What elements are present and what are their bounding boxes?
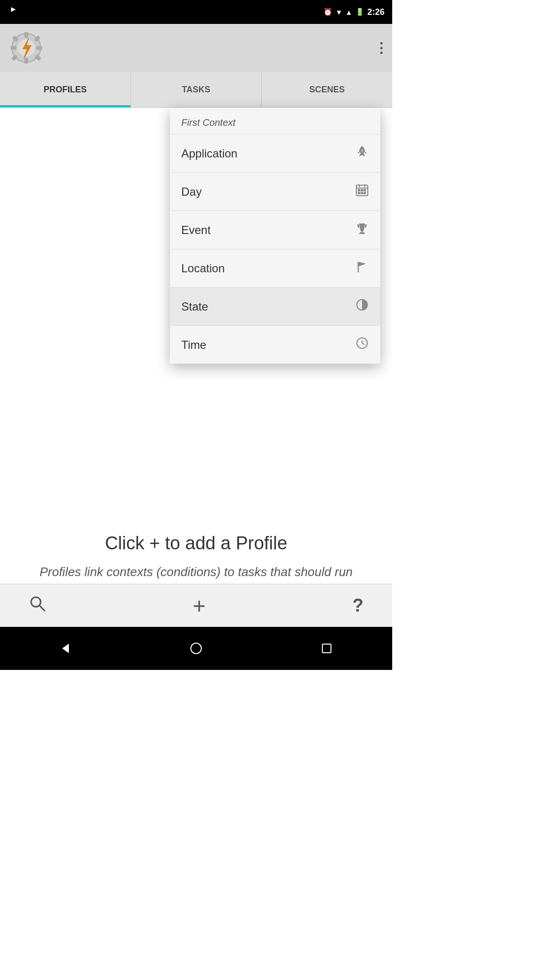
context-event[interactable]: Event [170, 211, 380, 249]
context-location[interactable]: Location [170, 249, 380, 287]
svg-point-10 [31, 597, 41, 607]
svg-rect-32 [322, 644, 331, 653]
application-label: Application [181, 147, 237, 160]
app-logo [10, 31, 43, 65]
alarm-icon: ⏰ [323, 8, 332, 16]
svg-rect-18 [361, 189, 363, 191]
svg-marker-30 [62, 644, 69, 653]
svg-rect-17 [358, 189, 360, 191]
svg-rect-24 [359, 233, 365, 234]
status-bar: ⏰ ▼ ▲ 🔋 2:26 [0, 0, 392, 24]
calendar-icon [355, 183, 369, 200]
trophy-icon [355, 222, 369, 238]
overflow-dot [380, 42, 383, 45]
svg-rect-3 [24, 58, 28, 64]
nav-bar [0, 627, 392, 670]
state-label: State [181, 300, 208, 313]
search-button[interactable] [29, 595, 46, 616]
svg-rect-23 [360, 232, 364, 233]
svg-point-12 [361, 149, 364, 152]
context-state[interactable]: State [170, 287, 380, 325]
status-bar-icons: ⏰ ▼ ▲ 🔋 2:26 [323, 7, 385, 17]
battery-icon: 🔋 [355, 8, 364, 16]
overflow-menu-button[interactable] [380, 42, 383, 54]
tab-profiles[interactable]: PROFILES [0, 72, 131, 107]
circle-half-icon [355, 298, 369, 315]
overflow-dot [380, 47, 383, 49]
svg-rect-21 [361, 192, 363, 194]
svg-line-29 [362, 343, 364, 345]
svg-rect-19 [364, 189, 365, 191]
signal-icon: ▲ [345, 8, 353, 16]
time-label: Time [181, 338, 206, 352]
svg-point-31 [191, 643, 201, 654]
day-label: Day [181, 185, 202, 199]
nav-home-button[interactable] [189, 641, 203, 656]
add-profile-button[interactable]: + [193, 593, 206, 619]
svg-rect-22 [364, 192, 365, 194]
tab-scenes[interactable]: SCENES [262, 72, 392, 107]
context-day[interactable]: Day [170, 172, 380, 211]
context-time[interactable]: Time [170, 325, 380, 364]
location-label: Location [181, 262, 225, 275]
rocket-icon [355, 145, 369, 162]
svg-rect-4 [11, 46, 16, 50]
app-bar [0, 24, 392, 72]
svg-rect-2 [24, 32, 28, 38]
bottom-bar: + ? [0, 584, 392, 627]
context-application[interactable]: Application [170, 134, 380, 172]
first-context-dropdown: First Context Application Day [170, 108, 380, 364]
svg-rect-5 [36, 46, 42, 50]
wifi-icon: ▼ [335, 8, 342, 16]
tab-tasks[interactable]: TASKS [131, 72, 262, 107]
status-time: 2:26 [367, 7, 385, 17]
svg-line-11 [40, 606, 45, 611]
help-button[interactable]: ? [353, 595, 364, 616]
empty-state-title: Click + to add a Profile [19, 533, 373, 554]
status-bar-app-icon [8, 6, 19, 18]
nav-recent-button[interactable] [320, 641, 334, 656]
nav-back-button[interactable] [58, 641, 73, 656]
svg-rect-20 [358, 192, 360, 194]
dropdown-header: First Context [170, 108, 380, 134]
flag-icon [355, 260, 369, 277]
overflow-dot [380, 52, 383, 54]
event-label: Event [181, 223, 210, 237]
tab-bar: PROFILES TASKS SCENES [0, 72, 392, 108]
clock-icon [355, 336, 369, 353]
